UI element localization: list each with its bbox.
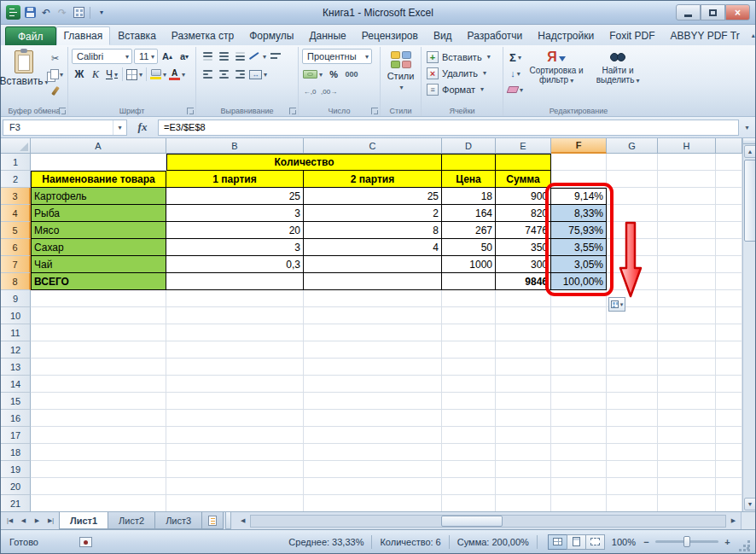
wrap-text-button[interactable] [268, 49, 283, 64]
cell-H18[interactable] [658, 444, 716, 461]
row-header-1[interactable]: 1 [1, 154, 31, 171]
cell-B14[interactable] [166, 376, 304, 393]
cell-G21[interactable] [607, 495, 658, 511]
cell-A20[interactable] [31, 478, 166, 495]
minimize-button[interactable] [676, 4, 701, 20]
cell-I18[interactable] [716, 444, 742, 461]
cell-E16[interactable] [496, 410, 551, 427]
align-right-button[interactable] [232, 67, 247, 82]
normal-view-button[interactable] [548, 534, 567, 550]
cell-H19[interactable] [658, 461, 716, 478]
cell-E14[interactable] [496, 376, 551, 393]
font-size-select[interactable]: 11 [134, 49, 158, 64]
cell-C12[interactable] [304, 341, 442, 359]
name-box[interactable]: F3 ▾ [3, 120, 127, 136]
cell-D1[interactable] [442, 154, 496, 171]
zoom-slider[interactable] [655, 540, 718, 543]
format-cells-button[interactable]: ≡Формат [425, 81, 499, 97]
cell-A5[interactable]: Мясо [31, 222, 166, 239]
tab-Рецензиров[interactable]: Рецензиров [354, 26, 426, 45]
zoom-slider-handle[interactable] [683, 536, 690, 547]
cell-B20[interactable] [166, 478, 304, 495]
first-sheet-button[interactable]: |◀ [3, 515, 16, 528]
cell-G2[interactable] [607, 171, 658, 188]
cell-D12[interactable] [442, 341, 496, 359]
cell-H1[interactable] [658, 154, 716, 171]
cell-A2[interactable]: Наименование товара [31, 171, 166, 188]
cell-E9[interactable] [496, 290, 551, 307]
cell-D7[interactable]: 1000 [442, 256, 496, 273]
cell-A14[interactable] [31, 376, 166, 393]
find-select-button[interactable]: Найти и выделить [589, 49, 647, 97]
horizontal-scroll-track[interactable] [250, 515, 726, 528]
borders-button[interactable] [125, 67, 143, 82]
cell-B7[interactable]: 0,3 [166, 256, 304, 273]
row-header-15[interactable]: 15 [1, 393, 31, 410]
column-header-C[interactable]: C [304, 138, 442, 154]
cell-G8[interactable] [607, 273, 658, 290]
insert-cells-button[interactable]: +Вставить [425, 49, 499, 65]
tab-Разработчи[interactable]: Разработчи [460, 26, 531, 45]
cell-G3[interactable] [607, 188, 658, 205]
cell-H3[interactable] [658, 188, 716, 205]
paste-button[interactable]: Вставить [4, 49, 44, 98]
cell-C18[interactable] [304, 444, 442, 461]
underline-button[interactable]: Ч [104, 67, 119, 82]
row-header-13[interactable]: 13 [1, 359, 31, 376]
cell-C19[interactable] [304, 461, 442, 478]
fill-color-button[interactable] [149, 67, 167, 82]
cell-A3[interactable]: Картофель [31, 188, 166, 205]
cell-H5[interactable] [658, 222, 716, 239]
cell-I7[interactable] [716, 256, 742, 273]
cell-F9[interactable] [551, 290, 607, 307]
row-header-12[interactable]: 12 [1, 341, 31, 359]
cell-D15[interactable] [442, 393, 496, 410]
vertical-scrollbar[interactable]: ▲ ▼ [742, 138, 755, 511]
zoom-in-button[interactable]: + [722, 536, 733, 547]
cell-B19[interactable] [166, 461, 304, 478]
font-name-select[interactable]: Calibri [72, 49, 132, 64]
bold-button[interactable]: Ж [72, 67, 87, 82]
cell-C4[interactable]: 2 [304, 205, 442, 222]
cell-E20[interactable] [496, 478, 551, 495]
row-header-16[interactable]: 16 [1, 410, 31, 427]
vertical-split-handle[interactable] [743, 138, 755, 144]
tab-Главная[interactable]: Главная [56, 26, 111, 45]
row-header-11[interactable]: 11 [1, 324, 31, 341]
cell-I8[interactable] [716, 273, 742, 290]
cell-D14[interactable] [442, 376, 496, 393]
cell-E1[interactable] [496, 154, 551, 171]
cell-D20[interactable] [442, 478, 496, 495]
cell-A11[interactable] [31, 324, 166, 341]
row-header-21[interactable]: 21 [1, 495, 31, 511]
row-header-9[interactable]: 9 [1, 290, 31, 307]
cell-H2[interactable] [658, 171, 716, 188]
cell-E8[interactable]: 9846 [496, 273, 551, 290]
horizontal-scrollbar[interactable]: ◀ ▶ [236, 512, 740, 529]
cell-B18[interactable] [166, 444, 304, 461]
cell-I20[interactable] [716, 478, 742, 495]
cell-A18[interactable] [31, 444, 166, 461]
cell-F21[interactable] [551, 495, 607, 511]
redo-button[interactable]: ↷ [55, 5, 69, 20]
cell-C20[interactable] [304, 478, 442, 495]
styles-button[interactable]: Стили [384, 49, 417, 91]
cell-F19[interactable] [551, 461, 607, 478]
row-header-3[interactable]: 3 [1, 188, 31, 205]
cell-E15[interactable] [496, 393, 551, 410]
maximize-button[interactable] [701, 4, 725, 20]
horizontal-scroll-thumb[interactable] [441, 516, 503, 527]
format-painter-button[interactable] [46, 83, 64, 98]
column-header-A[interactable]: A [31, 138, 166, 154]
shrink-font-button[interactable]: а▾ [177, 49, 192, 64]
cell-D5[interactable]: 267 [442, 222, 496, 239]
cell-E3[interactable]: 900 [496, 188, 551, 205]
cell-B5[interactable]: 20 [166, 222, 304, 239]
cell-A9[interactable] [31, 290, 166, 307]
cell-H6[interactable] [658, 239, 716, 256]
cell-F3[interactable]: 9,14% [551, 188, 607, 205]
column-header-E[interactable]: E [496, 138, 551, 154]
cell-E2[interactable]: Сумма [496, 171, 551, 188]
cell-D10[interactable] [442, 307, 496, 324]
last-sheet-button[interactable]: ▶| [44, 515, 57, 528]
